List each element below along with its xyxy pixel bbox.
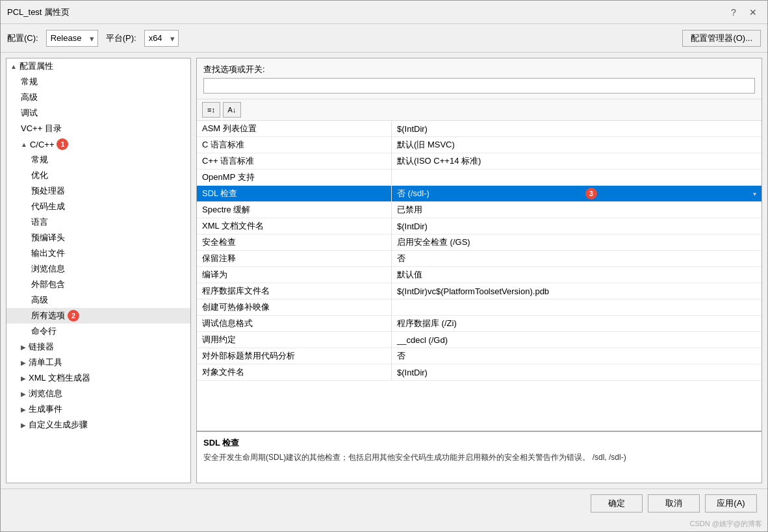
- property-row[interactable]: 保留注释否: [197, 251, 762, 267]
- property-value: 启用安全检查 (/GS): [392, 234, 762, 250]
- tree-arrow-icon: ▲: [10, 63, 17, 70]
- tree-item[interactable]: 高级: [6, 292, 190, 308]
- help-button[interactable]: ?: [726, 5, 741, 20]
- tree-item-label: 预编译头: [31, 232, 65, 244]
- config-manager-button[interactable]: 配置管理器(O)...: [682, 30, 761, 47]
- sort-button[interactable]: A↓: [223, 102, 241, 118]
- tree-item[interactable]: 调试: [6, 105, 190, 121]
- tree-item[interactable]: 命令行: [6, 323, 190, 339]
- property-name: 调用约定: [197, 332, 392, 348]
- property-row[interactable]: 安全检查启用安全检查 (/GS): [197, 234, 762, 251]
- tree-item[interactable]: VC++ 目录: [6, 121, 190, 136]
- apply-button[interactable]: 应用(A): [705, 494, 757, 513]
- badge-2: 2: [68, 310, 79, 322]
- tree-item-label: 高级: [31, 294, 48, 306]
- property-value: 否: [392, 348, 762, 364]
- tree-item[interactable]: 常规: [6, 152, 190, 168]
- tree-item[interactable]: 代码生成: [6, 199, 190, 214]
- tree-item-label: 预处理器: [31, 185, 65, 197]
- ok-button[interactable]: 确定: [591, 494, 643, 513]
- tree-item[interactable]: 优化: [6, 168, 190, 183]
- property-name: Spectre 缓解: [197, 202, 392, 218]
- property-row[interactable]: 程序数据库文件名$(IntDir)vc$(PlatformToolsetVers…: [197, 283, 762, 299]
- property-row[interactable]: 调试信息格式程序数据库 (/Zi): [197, 316, 762, 332]
- tree-arrow-icon: ▶: [21, 390, 26, 398]
- property-row[interactable]: C++ 语言标准默认(ISO C++14 标准): [197, 153, 762, 170]
- property-name: 编译为: [197, 267, 392, 283]
- tree-item-label: 浏览信息: [31, 263, 65, 275]
- property-value: 已禁用: [392, 202, 762, 218]
- property-row[interactable]: XML 文档文件名$(IntDir): [197, 218, 762, 234]
- config-select[interactable]: Release Debug: [46, 30, 98, 47]
- property-name: OpenMP 支持: [197, 170, 392, 185]
- property-value-text: __cdecl (/Gd): [397, 335, 448, 345]
- tree-item[interactable]: 输出文件: [6, 246, 190, 261]
- property-name: SDL 检查: [197, 186, 392, 201]
- property-row[interactable]: Spectre 缓解已禁用: [197, 202, 762, 218]
- cancel-button[interactable]: 取消: [648, 494, 700, 513]
- config-select-wrapper[interactable]: Release Debug: [46, 30, 98, 47]
- tree-item[interactable]: ▶生成事件: [6, 401, 190, 417]
- tree-item[interactable]: 预处理器: [6, 183, 190, 199]
- property-row[interactable]: ASM 列表位置$(IntDir): [197, 121, 762, 137]
- tree-item-label: VC++ 目录: [21, 123, 62, 134]
- tree-item[interactable]: 浏览信息: [6, 261, 190, 277]
- close-button[interactable]: ✕: [745, 5, 761, 20]
- platform-select-wrapper[interactable]: x64 x86: [144, 30, 179, 47]
- tree-item-label: 命令行: [31, 325, 57, 337]
- dropdown-arrow-icon[interactable]: ▾: [753, 190, 756, 197]
- property-row[interactable]: 对象文件名$(IntDir): [197, 364, 762, 381]
- property-row[interactable]: 编译为默认值: [197, 267, 762, 283]
- tree-item-label: 输出文件: [31, 247, 65, 259]
- tree-item[interactable]: 常规: [6, 74, 190, 90]
- property-row[interactable]: C 语言标准默认(旧 MSVC): [197, 137, 762, 153]
- property-value: 否 (/sdl-)3▾: [392, 186, 762, 201]
- property-value: 默认值: [392, 267, 762, 283]
- property-name: 对象文件名: [197, 364, 392, 380]
- watermark: CSDN @姚宇@的博客: [1, 518, 767, 531]
- dialog-title: PCL_test 属性页: [7, 6, 70, 18]
- tree-item[interactable]: 外部包含: [6, 277, 190, 292]
- tree-item[interactable]: ▶浏览信息: [6, 386, 190, 401]
- tree-item[interactable]: 预编译头: [6, 230, 190, 246]
- property-value: [392, 299, 762, 315]
- property-value: 默认(ISO C++14 标准): [392, 153, 762, 169]
- property-name: 创建可热修补映像: [197, 299, 392, 315]
- description-title: SDL 检查: [203, 437, 755, 449]
- config-label: 配置(C):: [7, 32, 38, 44]
- platform-select[interactable]: x64 x86: [144, 30, 179, 47]
- tree-panel: ▲配置属性常规高级调试VC++ 目录▲C/C++1常规优化预处理器代码生成语言预…: [6, 58, 191, 483]
- tree-item[interactable]: ▶自定义生成步骤: [6, 417, 190, 433]
- property-value: $(IntDir): [392, 121, 762, 136]
- properties-table: ASM 列表位置$(IntDir)C 语言标准默认(旧 MSVC)C++ 语言标…: [197, 121, 762, 431]
- tree-item[interactable]: 高级: [6, 90, 190, 105]
- tree-item[interactable]: ▶清单工具: [6, 355, 190, 370]
- tree-item-label: 清单工具: [29, 357, 62, 368]
- property-value-text: 默认(旧 MSVC): [397, 139, 455, 151]
- property-row[interactable]: SDL 检查否 (/sdl-)3▾: [197, 186, 762, 202]
- tree-arrow-icon: ▶: [21, 422, 26, 429]
- property-name: ASM 列表位置: [197, 121, 392, 136]
- property-row[interactable]: 调用约定__cdecl (/Gd): [197, 332, 762, 348]
- tree-arrow-icon: ▶: [21, 359, 26, 366]
- property-row[interactable]: OpenMP 支持: [197, 170, 762, 186]
- tree-item-label: 常规: [31, 154, 48, 166]
- property-row[interactable]: 对外部标题禁用代码分析否: [197, 348, 762, 364]
- tree-item[interactable]: 所有选项2: [6, 308, 190, 323]
- property-value-text: 否: [397, 253, 405, 264]
- property-row[interactable]: 创建可热修补映像: [197, 299, 762, 316]
- tree-item[interactable]: ▶链接器: [6, 339, 190, 355]
- tree-item[interactable]: ▲C/C++1: [6, 136, 190, 152]
- property-value: 程序数据库 (/Zi): [392, 316, 762, 331]
- tree-item-label: 代码生成: [31, 201, 65, 212]
- tree-item[interactable]: ▶XML 文档生成器: [6, 370, 190, 386]
- tree-item-label: 生成事件: [29, 403, 62, 415]
- list-view-button[interactable]: ≡↕: [202, 102, 220, 118]
- property-value: 默认(旧 MSVC): [392, 137, 762, 153]
- tree-item-label: 调试: [21, 107, 38, 119]
- tree-item-label: 常规: [21, 76, 38, 88]
- search-input[interactable]: [203, 78, 755, 94]
- tree-item[interactable]: 语言: [6, 214, 190, 230]
- tree-item[interactable]: ▲配置属性: [6, 58, 190, 74]
- property-name: 调试信息格式: [197, 316, 392, 331]
